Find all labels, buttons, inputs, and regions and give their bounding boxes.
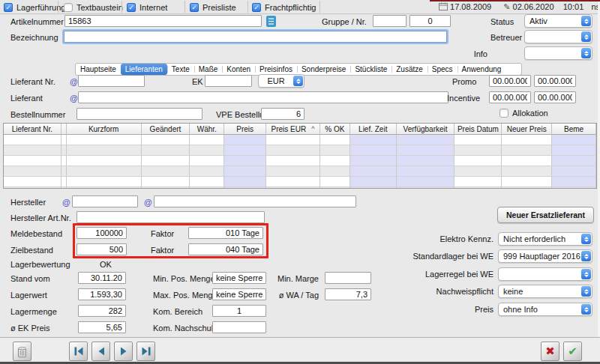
incentive-date1-input[interactable] xyxy=(489,91,531,103)
hersteller-name-input[interactable] xyxy=(154,195,356,207)
table-header-cell[interactable] xyxy=(62,124,67,135)
table-cell xyxy=(552,135,596,145)
lagerwert-input[interactable] xyxy=(78,288,126,300)
min-marge-label: Min. Marge xyxy=(270,274,319,283)
tab-specs[interactable]: Specs xyxy=(428,64,458,75)
table-cell xyxy=(142,156,190,166)
table-cell xyxy=(224,156,266,166)
table-row[interactable] xyxy=(4,177,596,187)
vpe-bestellung-input[interactable] xyxy=(261,108,304,120)
table-header-cell[interactable]: Kurzform xyxy=(67,124,142,135)
tab-anwendung[interactable]: Anwendung xyxy=(458,64,506,75)
table-cell xyxy=(320,145,350,156)
tab-preisinfos[interactable]: Preisinfos xyxy=(255,64,297,75)
table-header-cell[interactable]: Preis xyxy=(224,124,266,135)
hersteller-artnr-input[interactable] xyxy=(76,211,265,223)
preis-info-select[interactable]: ohne Info xyxy=(498,303,592,316)
stand-vom-input[interactable] xyxy=(78,272,126,284)
bestellnummer-input[interactable] xyxy=(76,108,202,120)
artikelnummer-input[interactable] xyxy=(64,15,262,27)
kom-bereich-input[interactable] xyxy=(212,305,266,317)
nav-first-button[interactable] xyxy=(69,342,88,361)
ek-input[interactable] xyxy=(205,75,252,87)
tab-texte[interactable]: Texte xyxy=(167,64,194,75)
betreuer-select[interactable] xyxy=(524,30,592,43)
gruppe-input[interactable] xyxy=(373,15,406,27)
checkbox-lagerfuehrung[interactable]: Lagerführung xyxy=(4,2,65,12)
checkbox-textbaustein[interactable]: Textbaustein xyxy=(64,2,123,12)
nav-next-button[interactable] xyxy=(114,342,133,361)
lieferant-nr-input[interactable] xyxy=(78,75,145,87)
checkbox-internet[interactable]: Internet xyxy=(127,2,167,12)
tab-zusaetze[interactable]: Zusätze xyxy=(392,64,428,75)
table-row[interactable] xyxy=(4,166,596,177)
wa-tag-input[interactable] xyxy=(325,288,371,300)
ek-preis-input[interactable] xyxy=(78,321,126,333)
table-row[interactable] xyxy=(4,145,596,156)
lagermenge-input[interactable] xyxy=(78,305,126,317)
table-header-cell[interactable]: Preis EUR^ xyxy=(266,124,320,135)
incentive-date2-input[interactable] xyxy=(534,91,576,103)
tab-masse[interactable]: Maße xyxy=(194,64,223,75)
nachweispflicht-select[interactable]: keine xyxy=(498,285,592,298)
elektro-kennz-select[interactable]: Nicht erforderlich xyxy=(498,232,592,246)
table-cell xyxy=(62,135,67,145)
table-row[interactable] xyxy=(4,156,596,166)
confirm-button[interactable]: ✔ xyxy=(563,342,582,361)
kom-nachschub-input[interactable] xyxy=(212,321,266,333)
cancel-button[interactable]: ✖ xyxy=(541,342,560,361)
table-header-cell[interactable]: Verfügbarkeit xyxy=(397,124,455,135)
table-cell xyxy=(350,145,397,156)
table-cell xyxy=(190,145,224,156)
min-pos-menge-input[interactable] xyxy=(212,272,266,284)
ek-preis-label: ø EK Preis xyxy=(10,324,50,333)
checkbox-icon xyxy=(500,109,508,118)
list-icon[interactable] xyxy=(266,16,276,27)
table-header-cell[interactable]: Beme xyxy=(552,124,596,135)
tab-lieferanten[interactable]: Lieferanten xyxy=(121,64,167,75)
tab-hauptseite[interactable]: Hauptseite xyxy=(76,64,121,75)
kom-nachschub-label: Kom. Nachschub xyxy=(153,324,216,333)
table-header-cell[interactable]: Preis Datum xyxy=(454,124,502,135)
table-row[interactable] xyxy=(4,135,596,145)
table-header-cell[interactable]: Geändert xyxy=(142,124,190,135)
lagerregel-select[interactable] xyxy=(498,267,592,281)
currency-select[interactable]: EUR xyxy=(258,74,304,88)
supplier-table: Lieferant Nr.KurzformGeändertWähr.PreisP… xyxy=(3,123,597,189)
checkbox-preisliste[interactable]: Preisliste xyxy=(190,2,236,12)
standardlager-select[interactable]: 999 Hauptlager 2016 xyxy=(498,249,592,263)
tab-sonderpreise[interactable]: Sonderpreise xyxy=(297,64,350,75)
gruppe-nr-input[interactable] xyxy=(410,15,451,27)
table-header-cell[interactable]: Lieferant Nr. xyxy=(4,124,62,135)
info-select[interactable] xyxy=(524,46,592,60)
bezeichnung-input[interactable] xyxy=(64,31,447,43)
table-header-cell[interactable]: Neuer Preis xyxy=(502,124,552,135)
table-cell xyxy=(350,135,397,145)
tab-stueckliste[interactable]: Stückliste xyxy=(350,64,392,75)
table-cell xyxy=(502,156,552,166)
table-cell xyxy=(502,135,552,145)
min-marge-input[interactable] xyxy=(325,272,371,284)
bottom-toolbar xyxy=(0,337,600,363)
table-header-cell[interactable]: Währ. xyxy=(190,124,224,135)
status-select[interactable]: Aktiv xyxy=(524,14,592,28)
promo-date1-input[interactable] xyxy=(489,75,531,87)
table-row[interactable] xyxy=(4,187,596,189)
neuer-ersatzlieferant-button[interactable]: Neuer Ersatzlieferant xyxy=(497,207,594,223)
stepper-icon xyxy=(581,48,591,58)
lieferant-input[interactable] xyxy=(78,91,448,103)
table-cell xyxy=(397,145,455,156)
delete-record-button[interactable] xyxy=(13,342,32,361)
nav-last-button[interactable] xyxy=(136,342,155,361)
tab-konten[interactable]: Konten xyxy=(222,64,255,75)
checkbox-allokation[interactable]: Allokation xyxy=(500,108,548,118)
table-cell xyxy=(62,187,67,189)
pencil-icon: ✎ xyxy=(503,2,510,12)
table-header-cell[interactable]: Lief. Zeit xyxy=(350,124,397,135)
nav-previous-button[interactable] xyxy=(92,342,110,361)
max-pos-menge-input[interactable] xyxy=(212,288,266,300)
promo-date2-input[interactable] xyxy=(534,75,576,87)
table-header-cell[interactable]: % OK xyxy=(320,124,350,135)
checkbox-frachtpflichtig[interactable]: Frachtpflichtig xyxy=(252,2,316,12)
hersteller-nr-input[interactable] xyxy=(72,195,138,207)
